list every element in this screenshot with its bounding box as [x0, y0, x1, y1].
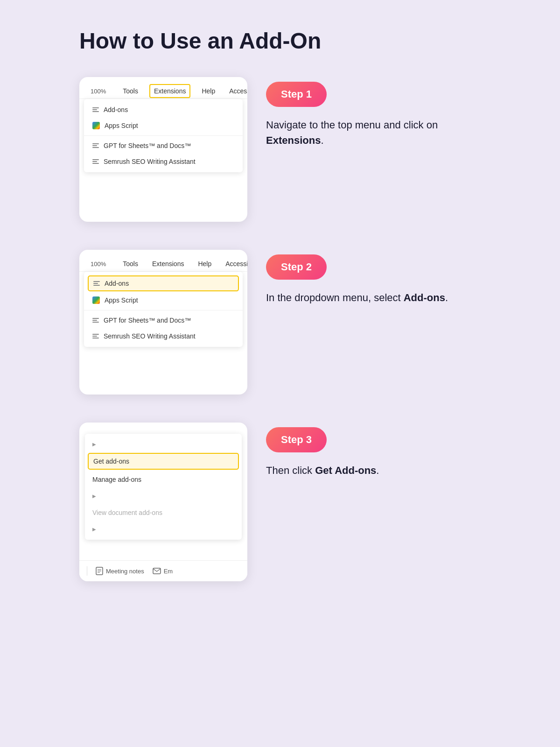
page-container: How to Use an Add-On 100% Tools Extensio… [79, 28, 481, 719]
zoom-label-1: 100% [88, 84, 109, 99]
menu-help-2[interactable]: Help [195, 256, 214, 271]
step-3-content: Step 3 Then click Get Add-ons. [266, 423, 481, 478]
dropdown-item-gpt-2[interactable]: GPT for Sheets™ and Docs™ [84, 312, 243, 328]
dropdown-label-gpt-1: GPT for Sheets™ and Docs™ [104, 142, 191, 149]
step-3-badge: Step 3 [266, 427, 327, 452]
submenu-label-get-addons: Get add-ons [93, 458, 129, 465]
step-3-row: ▶ Get add-ons Manage add-ons ▶ View docu… [79, 423, 481, 581]
arrow-icon-3: ▶ [92, 527, 96, 532]
doc-icon [96, 567, 103, 575]
menu-tools-2[interactable]: Tools [120, 256, 141, 271]
dropdown-item-addons-1[interactable]: Add-ons [84, 102, 243, 118]
dropdown-item-addons-2[interactable]: Add-ons [88, 275, 239, 291]
submenu-label-manage: Manage add-ons [92, 476, 141, 483]
step-1-badge: Step 1 [266, 82, 327, 107]
menu-extensions-1[interactable]: Extensions [149, 84, 190, 98]
email-label: Em [164, 568, 173, 575]
step-2-screenshot: 100% Tools Extensions Help Accessibility… [79, 250, 247, 395]
dropdown-item-semrush-2[interactable]: Semrush SEO Writing Assistant [84, 328, 243, 344]
dropdown-label-gpt-2: GPT for Sheets™ and Docs™ [104, 317, 191, 324]
menu-accessibility-2[interactable]: Accessibility [223, 256, 247, 271]
lines-icon-semrush-2 [92, 334, 99, 338]
dropdown-2: Add-ons Apps Script GPT for Sheets™ and … [84, 272, 243, 347]
arrow-icon-2: ▶ [92, 493, 96, 499]
submenu-item-view[interactable]: View document add-ons [85, 504, 242, 521]
step-1-description: Navigate to the top menu and click on Ex… [266, 117, 481, 148]
menu-tools-1[interactable]: Tools [120, 84, 141, 99]
dropdown-item-apps-2[interactable]: Apps Script [84, 292, 243, 308]
lines-icon-gpt-2 [92, 318, 99, 323]
dropdown-label-apps-1: Apps Script [105, 122, 138, 129]
dropdown-item-gpt-1[interactable]: GPT for Sheets™ and Docs™ [84, 138, 243, 154]
dropdown-item-semrush-1[interactable]: Semrush SEO Writing Assistant [84, 154, 243, 169]
dropdown-1: Add-ons Apps Script GPT for Sheets™ and … [84, 99, 243, 172]
step-1-content: Step 1 Navigate to the top menu and clic… [266, 77, 481, 148]
apps-icon-1 [92, 122, 100, 129]
bottom-bar-email[interactable]: Em [153, 568, 173, 575]
menu-help-1[interactable]: Help [199, 84, 218, 99]
step-1-row: 100% Tools Extensions Help Accessibility… [79, 77, 481, 222]
submenu-arrow-2: ▶ [85, 488, 242, 504]
lines-icon-2 [93, 281, 100, 286]
submenu-item-get-addons[interactable]: Get add-ons [88, 453, 239, 470]
step-3-description: Then click Get Add-ons. [266, 463, 481, 478]
submenu-label-view: View document add-ons [92, 509, 162, 516]
step-2-row: 100% Tools Extensions Help Accessibility… [79, 250, 481, 395]
dropdown-label-semrush-1: Semrush SEO Writing Assistant [104, 158, 196, 165]
lines-icon-semrush-1 [92, 159, 99, 164]
step-1-screenshot: 100% Tools Extensions Help Accessibility… [79, 77, 247, 222]
divider-2 [84, 310, 243, 310]
dropdown-label-addons-2: Add-ons [105, 280, 129, 287]
email-icon [153, 568, 161, 574]
menu-bar-1: 100% Tools Extensions Help Accessibility [79, 77, 247, 99]
divider-1 [84, 135, 243, 136]
menu-extensions-2[interactable]: Extensions [149, 256, 187, 271]
step-3-screenshot: ▶ Get add-ons Manage add-ons ▶ View docu… [79, 423, 247, 581]
lines-icon-1 [92, 107, 99, 112]
submenu-item-manage[interactable]: Manage add-ons [85, 471, 242, 488]
submenu-arrow-1: ▶ [85, 437, 242, 452]
svg-rect-4 [153, 568, 161, 574]
step-2-content: Step 2 In the dropdown menu, select Add-… [266, 250, 481, 305]
separator [87, 566, 87, 576]
dropdown-label-apps-2: Apps Script [105, 296, 138, 304]
dropdown-label-semrush-2: Semrush SEO Writing Assistant [104, 332, 196, 340]
dropdown-label-addons-1: Add-ons [104, 106, 128, 113]
step-2-description: In the dropdown menu, select Add-ons. [266, 290, 481, 305]
menu-accessibility-1[interactable]: Accessibility [226, 84, 247, 99]
arrow-icon-1: ▶ [92, 442, 96, 447]
apps-icon-2 [92, 296, 100, 304]
submenu-card: ▶ Get add-ons Manage add-ons ▶ View docu… [85, 434, 242, 540]
dropdown-item-apps-1[interactable]: Apps Script [84, 118, 243, 134]
zoom-label-2: 100% [88, 257, 109, 271]
step-2-badge: Step 2 [266, 254, 327, 280]
bottom-bar: Meeting notes Em [79, 560, 247, 581]
page-title: How to Use an Add-On [79, 28, 481, 54]
menu-bar-2: 100% Tools Extensions Help Accessibility [79, 250, 247, 272]
meeting-notes-label: Meeting notes [106, 568, 144, 575]
submenu-arrow-3: ▶ [85, 521, 242, 537]
lines-icon-gpt-1 [92, 143, 99, 148]
bottom-bar-meeting[interactable]: Meeting notes [96, 567, 144, 575]
